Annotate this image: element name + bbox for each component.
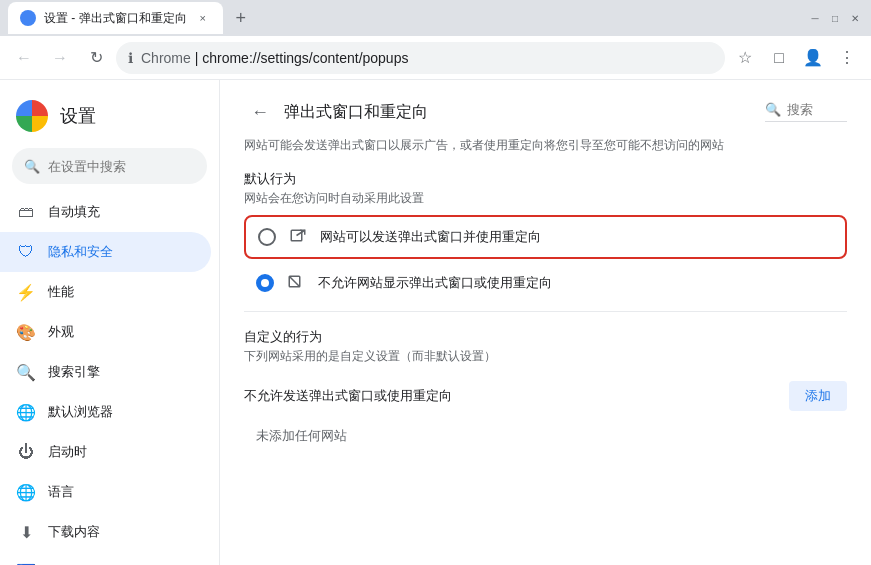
allow-popups-icon xyxy=(288,227,308,247)
custom-section: 自定义的行为 下列网站采用的是自定义设置（而非默认设置） 不允许发送弹出式窗口或… xyxy=(244,328,847,453)
block-popups-label: 不允许网站显示弹出式窗口或使用重定向 xyxy=(318,274,552,292)
browser-icon: 🌐 xyxy=(16,403,36,422)
sidebar-item-label-autofill: 自动填充 xyxy=(48,203,100,221)
title-bar: 设置 - 弹出式窗口和重定向 × + ─ □ ✕ xyxy=(0,0,871,36)
tab-favicon xyxy=(20,10,36,26)
content-header: ← 弹出式窗口和重定向 🔍 xyxy=(244,96,847,128)
autofill-icon: 🗃 xyxy=(16,203,36,221)
appearance-icon: 🎨 xyxy=(16,323,36,342)
chrome-icon: ℹ xyxy=(128,50,133,66)
sidebar-item-accessibility[interactable]: ♿ 无障碍 xyxy=(0,552,211,565)
allow-radio-circle[interactable] xyxy=(258,228,276,246)
sidebar-header: 设置 xyxy=(0,88,219,144)
main-layout: 设置 🔍 🗃 自动填充 🛡 隐私和安全 ⚡ 性能 🎨 外观 🔍 搜索引擎 🌐 xyxy=(0,80,871,565)
sidebar-item-downloads[interactable]: ⬇ 下载内容 xyxy=(0,512,211,552)
search-engine-icon: 🔍 xyxy=(16,363,36,382)
maximize-button[interactable]: □ xyxy=(827,10,843,26)
sidebar-item-label-downloads: 下载内容 xyxy=(48,523,100,541)
new-tab-button[interactable]: + xyxy=(227,4,255,32)
profile-button[interactable]: 👤 xyxy=(797,42,829,74)
performance-icon: ⚡ xyxy=(16,283,36,302)
sidebar-item-label-privacy: 隐私和安全 xyxy=(48,243,113,261)
content-search-input[interactable] xyxy=(787,102,847,117)
sidebar-search-input[interactable] xyxy=(48,159,216,174)
custom-section-title: 自定义的行为 xyxy=(244,328,847,346)
tab-close-button[interactable]: × xyxy=(195,10,211,26)
block-popups-option[interactable]: 不允许网站显示弹出式窗口或使用重定向 xyxy=(244,263,847,303)
title-bar-right: ─ □ ✕ xyxy=(807,10,863,26)
close-window-button[interactable]: ✕ xyxy=(847,10,863,26)
sidebar-item-search[interactable]: 🔍 搜索引擎 xyxy=(0,352,211,392)
tab-label: 设置 - 弹出式窗口和重定向 xyxy=(44,10,187,27)
block-radio-circle[interactable] xyxy=(256,274,274,292)
startup-icon: ⏻ xyxy=(16,443,36,461)
block-popups-icon xyxy=(286,273,306,293)
sidebar-item-label-performance: 性能 xyxy=(48,283,74,301)
nav-bar: ← → ↻ ℹ Chrome | chrome://settings/conte… xyxy=(0,36,871,80)
section-divider xyxy=(244,311,847,312)
address-text: Chrome | chrome://settings/content/popup… xyxy=(141,50,713,66)
bookmark-button[interactable]: ☆ xyxy=(729,42,761,74)
add-button[interactable]: 添加 xyxy=(789,381,847,411)
allow-popups-label: 网站可以发送弹出式窗口并使用重定向 xyxy=(320,228,541,246)
custom-section-subtitle: 下列网站采用的是自定义设置（而非默认设置） xyxy=(244,348,847,365)
page-title: 弹出式窗口和重定向 xyxy=(284,102,428,123)
sidebar-item-language[interactable]: 🌐 语言 xyxy=(0,472,211,512)
empty-sites-text: 未添加任何网站 xyxy=(244,419,847,453)
minimize-button[interactable]: ─ xyxy=(807,10,823,26)
address-url: | chrome://settings/content/popups xyxy=(191,50,409,66)
sidebar-item-label-search: 搜索引擎 xyxy=(48,363,100,381)
extension-button[interactable]: □ xyxy=(763,42,795,74)
title-bar-left: 设置 - 弹出式窗口和重定向 × + xyxy=(8,2,255,34)
block-row: 不允许发送弹出式窗口或使用重定向 添加 xyxy=(244,373,847,419)
sidebar-title: 设置 xyxy=(60,104,96,128)
sidebar-item-autofill[interactable]: 🗃 自动填充 xyxy=(0,192,211,232)
svg-line-2 xyxy=(289,276,300,287)
chrome-label: Chrome xyxy=(141,50,191,66)
sidebar-item-appearance[interactable]: 🎨 外观 xyxy=(0,312,211,352)
default-section-title: 默认行为 xyxy=(244,170,847,188)
sidebar: 设置 🔍 🗃 自动填充 🛡 隐私和安全 ⚡ 性能 🎨 外观 🔍 搜索引擎 🌐 xyxy=(0,80,220,565)
address-bar[interactable]: ℹ Chrome | chrome://settings/content/pop… xyxy=(116,42,725,74)
sidebar-search-box[interactable]: 🔍 xyxy=(12,148,207,184)
content-header-left: ← 弹出式窗口和重定向 xyxy=(244,96,428,128)
nav-actions: ☆ □ 👤 ⋮ xyxy=(729,42,863,74)
content-back-button[interactable]: ← xyxy=(244,96,276,128)
sidebar-item-label-appearance: 外观 xyxy=(48,323,74,341)
allow-popups-option[interactable]: 网站可以发送弹出式窗口并使用重定向 xyxy=(244,215,847,259)
search-icon: 🔍 xyxy=(765,102,781,117)
chrome-logo xyxy=(16,100,48,132)
forward-nav-button[interactable]: → xyxy=(44,42,76,74)
sidebar-item-label-browser: 默认浏览器 xyxy=(48,403,113,421)
sidebar-item-startup[interactable]: ⏻ 启动时 xyxy=(0,432,211,472)
back-nav-button[interactable]: ← xyxy=(8,42,40,74)
sidebar-item-privacy[interactable]: 🛡 隐私和安全 xyxy=(0,232,211,272)
block-row-label: 不允许发送弹出式窗口或使用重定向 xyxy=(244,387,452,405)
sidebar-item-label-startup: 启动时 xyxy=(48,443,87,461)
default-section-subtitle: 网站会在您访问时自动采用此设置 xyxy=(244,190,847,207)
privacy-icon: 🛡 xyxy=(16,243,36,261)
downloads-icon: ⬇ xyxy=(16,523,36,542)
sidebar-item-label-language: 语言 xyxy=(48,483,74,501)
sidebar-search-icon: 🔍 xyxy=(24,159,40,174)
description-text: 网站可能会发送弹出式窗口以展示广告，或者使用重定向将您引导至您可能不想访问的网站 xyxy=(244,136,847,154)
language-icon: 🌐 xyxy=(16,483,36,502)
content-area: ← 弹出式窗口和重定向 🔍 网站可能会发送弹出式窗口以展示广告，或者使用重定向将… xyxy=(220,80,871,565)
sidebar-item-browser[interactable]: 🌐 默认浏览器 xyxy=(0,392,211,432)
sidebar-item-performance[interactable]: ⚡ 性能 xyxy=(0,272,211,312)
menu-button[interactable]: ⋮ xyxy=(831,42,863,74)
reload-button[interactable]: ↻ xyxy=(80,42,112,74)
browser-tab[interactable]: 设置 - 弹出式窗口和重定向 × xyxy=(8,2,223,34)
content-search-box[interactable]: 🔍 xyxy=(765,102,847,122)
